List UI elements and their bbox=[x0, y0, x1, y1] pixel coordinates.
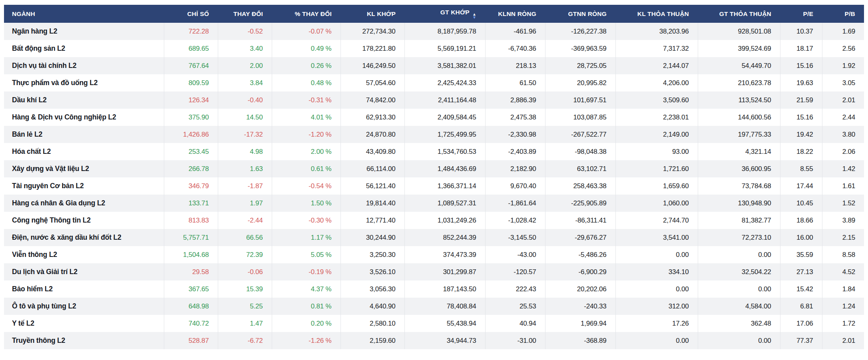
col-header-label: CHỈ SỐ bbox=[187, 10, 209, 17]
cell-pb: 2.15 bbox=[822, 229, 864, 246]
cell-pb: 1.24 bbox=[822, 298, 864, 315]
cell-change: 15.39 bbox=[218, 280, 272, 298]
sector-row[interactable]: Điện, nước & xăng dầu khí đốt L25,757.71… bbox=[4, 229, 864, 246]
cell-gt_thoa_thuan: 32,504.22 bbox=[698, 263, 780, 280]
cell-name: Dầu khí L2 bbox=[4, 91, 164, 109]
cell-name: Du lịch và Giải trí L2 bbox=[4, 263, 164, 280]
cell-index: 367.65 bbox=[164, 280, 218, 298]
cell-pb: 3.80 bbox=[822, 126, 864, 143]
sort-icon: ▲▼ bbox=[472, 13, 476, 19]
col-header-gt_thoa_thuan[interactable]: GT THỎA THUẬN bbox=[698, 5, 780, 23]
cell-kl_thoa_thuan: 0.00 bbox=[615, 280, 698, 298]
cell-gtnn_rong: -369,963.59 bbox=[545, 40, 615, 57]
cell-gt_khop: 852,244.39 bbox=[404, 229, 485, 246]
col-header-kl_thoa_thuan[interactable]: KL THỎA THUẬN bbox=[615, 5, 698, 23]
cell-name: Dịch vụ tài chính L2 bbox=[4, 57, 164, 74]
sector-row[interactable]: Thực phẩm và đồ uống L2809.593.840.48 %5… bbox=[4, 74, 864, 91]
cell-change: 4.98 bbox=[218, 143, 272, 160]
cell-kl_khop: 3,526.10 bbox=[340, 263, 404, 280]
cell-klnn_rong: 40.94 bbox=[485, 315, 545, 332]
sector-row[interactable]: Công nghệ Thông tin L2813.83-2.44-0.30 %… bbox=[4, 212, 864, 229]
cell-kl_khop: 178,221.80 bbox=[340, 40, 404, 57]
sector-row[interactable]: Dầu khí L2126.34-0.40-0.31 %74,842.002,4… bbox=[4, 91, 864, 109]
cell-gt_thoa_thuan: 928,501.08 bbox=[698, 23, 780, 40]
cell-klnn_rong: -1,861.64 bbox=[485, 195, 545, 212]
col-header-index[interactable]: CHỈ SỐ bbox=[164, 5, 218, 23]
cell-pe: 15.16 bbox=[780, 109, 822, 126]
cell-index: 133.71 bbox=[164, 195, 218, 212]
col-header-kl_khop[interactable]: KL KHỚP bbox=[340, 5, 404, 23]
sector-row[interactable]: Hàng cá nhân & Gia dụng L2133.711.971.50… bbox=[4, 195, 864, 212]
col-header-pe[interactable]: P/E bbox=[780, 5, 822, 23]
cell-klnn_rong: -6,740.36 bbox=[485, 40, 545, 57]
sector-row[interactable]: Hóa chất L2253.454.982.00 %43,409.801,53… bbox=[4, 143, 864, 160]
cell-gt_thoa_thuan: 4,321.14 bbox=[698, 143, 780, 160]
cell-kl_khop: 2,580.10 bbox=[340, 315, 404, 332]
cell-change: -0.40 bbox=[218, 91, 272, 109]
col-header-label: KLNN RÒNG bbox=[498, 10, 536, 17]
sector-row[interactable]: Truyền thông L2528.87-6.72-1.26 %2,159.6… bbox=[4, 332, 864, 349]
cell-gt_thoa_thuan: 72,273.10 bbox=[698, 229, 780, 246]
cell-kl_khop: 43,409.80 bbox=[340, 143, 404, 160]
cell-change: -1.87 bbox=[218, 177, 272, 195]
cell-change_pct: -1.20 % bbox=[272, 126, 340, 143]
cell-kl_khop: 3,250.30 bbox=[340, 246, 404, 263]
sector-row[interactable]: Ô tô và phụ tùng L2648.985.250.81 %4,640… bbox=[4, 298, 864, 315]
col-header-gt_khop[interactable]: GT KHỚP▲▼ bbox=[404, 5, 485, 23]
cell-gt_thoa_thuan: 81,382.77 bbox=[698, 212, 780, 229]
sector-row[interactable]: Bảo hiểm L2367.6515.394.37 %3,056.30187,… bbox=[4, 280, 864, 298]
cell-gtnn_rong: -86,311.41 bbox=[545, 212, 615, 229]
sector-row[interactable]: Y tế L2740.721.470.20 %2,580.1055,438.94… bbox=[4, 315, 864, 332]
cell-change_pct: 0.49 % bbox=[272, 40, 340, 57]
cell-name: Hàng cá nhân & Gia dụng L2 bbox=[4, 195, 164, 212]
cell-kl_thoa_thuan: 1,721.60 bbox=[615, 160, 698, 177]
sector-row[interactable]: Bán lẻ L21,426.86-17.32-1.20 %24,870.801… bbox=[4, 126, 864, 143]
cell-pb: 2.01 bbox=[822, 332, 864, 349]
sector-row[interactable]: Viễn thông L21,504.6872.395.05 %3,250.30… bbox=[4, 246, 864, 263]
sector-row[interactable]: Dịch vụ tài chính L2767.642.000.26 %146,… bbox=[4, 57, 864, 74]
table-header: NGÀNHCHỈ SỐTHAY ĐỔI% THAY ĐỔIKL KHỚPGT K… bbox=[4, 5, 864, 23]
sector-row[interactable]: Du lịch và Giải trí L229.58-0.06-0.19 %3… bbox=[4, 263, 864, 280]
col-header-klnn_rong[interactable]: KLNN RÒNG bbox=[485, 5, 545, 23]
cell-gtnn_rong: 20,202.06 bbox=[545, 280, 615, 298]
cell-change_pct: 4.01 % bbox=[272, 109, 340, 126]
col-header-label: KL KHỚP bbox=[367, 10, 396, 17]
cell-gt_khop: 1,366,371.14 bbox=[404, 177, 485, 195]
col-header-change_pct[interactable]: % THAY ĐỔI bbox=[272, 5, 340, 23]
cell-pe: 21.59 bbox=[780, 91, 822, 109]
sector-row[interactable]: Ngân hàng L2722.28-0.52-0.07 %272,734.30… bbox=[4, 23, 864, 40]
col-header-gtnn_rong[interactable]: GTNN RÒNG bbox=[545, 5, 615, 23]
cell-name: Y tế L2 bbox=[4, 315, 164, 332]
cell-index: 689.65 bbox=[164, 40, 218, 57]
cell-pb: 2.06 bbox=[822, 143, 864, 160]
cell-change_pct: -0.54 % bbox=[272, 177, 340, 195]
cell-gt_khop: 1,534,760.53 bbox=[404, 143, 485, 160]
cell-pe: 35.59 bbox=[780, 246, 822, 263]
cell-change: -2.44 bbox=[218, 212, 272, 229]
cell-change: 3.40 bbox=[218, 40, 272, 57]
cell-kl_thoa_thuan: 2,744.70 bbox=[615, 212, 698, 229]
cell-change_pct: 0.81 % bbox=[272, 298, 340, 315]
col-header-label: NGÀNH bbox=[12, 10, 35, 17]
sector-row[interactable]: Bất động sản L2689.653.400.49 %178,221.8… bbox=[4, 40, 864, 57]
col-header-pb[interactable]: P/B bbox=[822, 5, 864, 23]
cell-klnn_rong: -1,028.42 bbox=[485, 212, 545, 229]
cell-change_pct: 0.20 % bbox=[272, 315, 340, 332]
cell-gtnn_rong: 63,102.71 bbox=[545, 160, 615, 177]
cell-change: 14.50 bbox=[218, 109, 272, 126]
sector-row[interactable]: Xây dựng và Vật liệu L2266.781.630.61 %6… bbox=[4, 160, 864, 177]
sector-row[interactable]: Tài nguyên Cơ bản L2346.79-1.87-0.54 %56… bbox=[4, 177, 864, 195]
cell-gtnn_rong: -5,486.26 bbox=[545, 246, 615, 263]
cell-index: 266.78 bbox=[164, 160, 218, 177]
cell-gt_thoa_thuan: 197,775.33 bbox=[698, 126, 780, 143]
cell-kl_thoa_thuan: 2,149.00 bbox=[615, 126, 698, 143]
cell-change_pct: 1.50 % bbox=[272, 195, 340, 212]
col-header-change[interactable]: THAY ĐỔI bbox=[218, 5, 272, 23]
cell-klnn_rong: 9,670.40 bbox=[485, 177, 545, 195]
cell-gt_thoa_thuan: 113,524.50 bbox=[698, 91, 780, 109]
cell-kl_thoa_thuan: 93.00 bbox=[615, 143, 698, 160]
cell-pe: 17.06 bbox=[780, 315, 822, 332]
col-header-label: GTNN RÒNG bbox=[568, 10, 607, 17]
sector-row[interactable]: Hàng & Dịch vụ Công nghiệp L2375.9014.50… bbox=[4, 109, 864, 126]
col-header-name[interactable]: NGÀNH bbox=[4, 5, 164, 23]
